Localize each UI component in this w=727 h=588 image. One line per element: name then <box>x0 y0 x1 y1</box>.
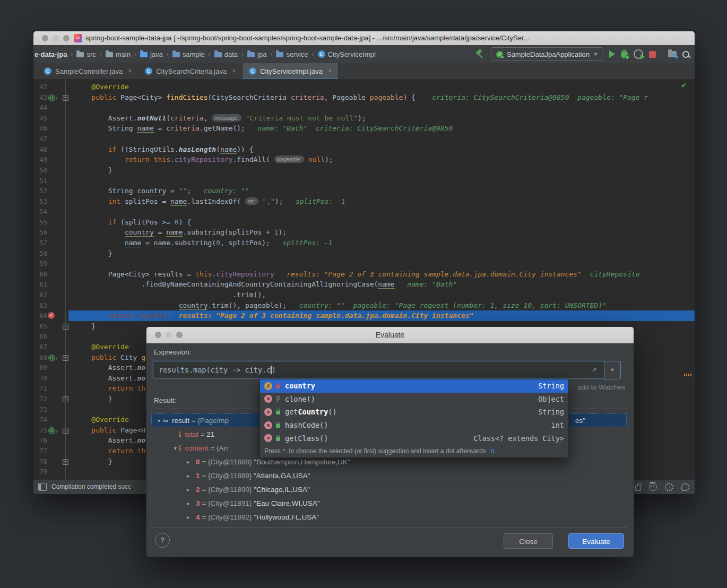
tab-close-icon[interactable]: × <box>128 67 132 75</box>
method-icon: m <box>264 421 272 429</box>
evaluate-button[interactable]: Evaluate <box>568 533 624 549</box>
code-line[interactable]: 58 } <box>33 248 695 259</box>
maximize-window-icon[interactable] <box>63 35 70 41</box>
tab-close-icon[interactable]: × <box>232 67 236 75</box>
dialog-titlebar[interactable]: Evaluate <box>146 327 634 343</box>
dialog-minimize-icon[interactable] <box>166 332 172 338</box>
code-text: String name = criteria.getName(); name: … <box>75 123 453 134</box>
code-line[interactable]: 61 .findByNameContainingAndCountryContai… <box>33 279 695 290</box>
code-line[interactable]: 42 @Override <box>33 82 695 92</box>
code-line[interactable]: 46 String name = criteria.getName(); nam… <box>33 123 695 134</box>
code-line[interactable]: 54 <box>33 206 695 217</box>
completion-item[interactable]: fcountryString <box>260 379 568 393</box>
minimize-window-icon[interactable] <box>53 35 59 41</box>
tree-row[interactable]: ▸5 = {City@11893} "Miami,FL,USA" <box>151 524 627 528</box>
inspection-ok-icon[interactable]: ✔ <box>681 80 686 90</box>
fold-marker-icon[interactable]: − <box>63 428 68 434</box>
line-number: 69 <box>34 362 47 373</box>
tree-toggle-icon[interactable]: ▸ <box>184 473 192 479</box>
code-text: public Page<City> findCities(CitySearchC… <box>75 92 648 103</box>
run-configuration-select[interactable]: SampleDataJpaApplication ▼ <box>491 47 603 61</box>
breadcrumb-item-java[interactable]: java <box>140 50 163 58</box>
tree-row[interactable]: ▸3 = {City@11891} "Eau Claire,WI,USA" <box>151 496 627 510</box>
build-hammer-icon[interactable] <box>475 49 485 59</box>
code-line[interactable]: 43O↑− public Page<City> findCities(CityS… <box>33 92 695 103</box>
tab-citysearchcriteria-java[interactable]: CCitySearchCriteria.java× <box>139 63 243 79</box>
code-line[interactable]: 56 country = name.substring(splitPos + 1… <box>33 227 695 238</box>
fold-marker-icon[interactable]: − <box>63 95 68 101</box>
stop-button[interactable] <box>649 51 656 58</box>
code-line[interactable]: 49 return this.cityRepository.findAll( p… <box>33 154 695 165</box>
fold-marker-icon[interactable]: − <box>63 459 68 465</box>
dialog-maximize-icon[interactable] <box>176 332 183 338</box>
code-line[interactable]: 45 Assert.notNull(criteria, message: "Cr… <box>33 113 695 124</box>
expression-input[interactable]: results.map(city -> city.c) ↗ <box>153 361 607 378</box>
tab-cityserviceimpl-java[interactable]: CCityServiceImpl.java× <box>243 63 339 79</box>
completion-item[interactable]: mgetCountry()String <box>260 405 568 419</box>
code-line[interactable]: 57 name = name.substring(0, splitPos); s… <box>33 238 695 248</box>
dialog-close-icon[interactable] <box>155 332 161 338</box>
tab-samplecontroller-java[interactable]: CSampleController.java× <box>38 63 139 79</box>
breadcrumb-item-cityserviceimpl[interactable]: CCityServiceImpl <box>318 50 376 58</box>
tab-close-icon[interactable]: × <box>328 67 332 75</box>
override-marker-icon[interactable]: O <box>48 354 55 361</box>
tree-toggle-icon[interactable]: ▸ <box>184 500 192 506</box>
run-with-coverage-button[interactable] <box>634 49 643 59</box>
tree-row[interactable]: ▸4 = {City@11892} "Hollywood,FL,USA" <box>151 510 627 524</box>
completion-type: String <box>527 408 564 416</box>
tree-toggle-icon[interactable]: ▾ <box>171 445 179 451</box>
tree-row[interactable]: ▸2 = {City@11890} "Chicago,IL,USA" <box>151 482 627 496</box>
breadcrumb-item-sample[interactable]: sample <box>172 50 205 58</box>
fold-marker-icon[interactable]: − <box>63 355 68 361</box>
ide-titlebar[interactable]: IJ spring-boot-sample-data-jpa [~/spring… <box>33 31 695 46</box>
code-line[interactable]: 63 country.trim(), pageable); country: "… <box>33 300 695 311</box>
completion-item[interactable]: mhashCode()int <box>260 419 568 432</box>
toolwindow-toggle-icon[interactable] <box>38 483 47 491</box>
breadcrumb-item-src[interactable]: src <box>76 50 96 58</box>
code-line[interactable]: 47 <box>33 134 695 144</box>
completion-item[interactable]: mgetClass()Class<? extends City> <box>260 431 568 445</box>
code-line[interactable]: 59 <box>33 258 695 269</box>
code-line[interactable]: 53 int splitPos = name.lastIndexOf( str:… <box>33 196 695 207</box>
code-line[interactable]: 48 if (!StringUtils.hasLength(name)) { <box>33 144 695 155</box>
tree-toggle-icon[interactable]: ▸ <box>184 459 192 465</box>
debug-button[interactable] <box>621 50 628 58</box>
tree-toggle-icon[interactable]: ▸ <box>184 514 192 520</box>
inspector-profile-icon[interactable] <box>649 483 657 491</box>
search-everywhere-icon[interactable] <box>682 51 689 58</box>
code-line[interactable]: 64✓ return results; results: "Page 2 of … <box>33 310 695 321</box>
lock-open-icon[interactable] <box>635 486 641 491</box>
override-marker-icon[interactable]: O <box>48 94 55 101</box>
line-number: 66 <box>34 331 47 342</box>
breakpoint-icon[interactable]: ✓ <box>48 312 55 319</box>
code-text: .trim(), <box>75 290 266 300</box>
close-button[interactable]: Close <box>504 533 553 549</box>
breadcrumb-item-main[interactable]: main <box>106 50 131 58</box>
override-marker-icon[interactable]: O <box>48 427 55 434</box>
breadcrumb-item-e-data-jpa[interactable]: e-data-jpa <box>34 50 67 58</box>
tree-toggle-icon[interactable]: ▾ <box>155 418 163 423</box>
project-structure-icon[interactable] <box>668 51 677 57</box>
update-download-icon[interactable] <box>665 483 673 491</box>
close-window-icon[interactable] <box>42 35 48 41</box>
expression-history-dropdown[interactable]: ▼ <box>604 361 621 379</box>
breadcrumb-item-jpa[interactable]: jpa <box>247 50 266 58</box>
expand-editor-icon[interactable]: ↗ <box>592 366 600 373</box>
breadcrumb-item-data[interactable]: data <box>214 50 238 58</box>
code-line[interactable]: 62 .trim(), <box>33 290 695 300</box>
breadcrumb-item-service[interactable]: service <box>276 50 308 58</box>
code-line[interactable]: 55 if (splitPos >= 0) { <box>33 217 695 228</box>
code-line[interactable]: 60 Page<City> results = this.cityReposit… <box>33 269 695 280</box>
completion-item[interactable]: mclone()Object <box>260 393 568 406</box>
code-line[interactable]: 50 } <box>33 165 695 176</box>
run-button[interactable] <box>609 50 615 58</box>
code-line[interactable]: 52 String country = ""; country: "" <box>33 186 695 196</box>
code-line[interactable]: 51 <box>33 175 695 186</box>
code-line[interactable]: 44 <box>33 102 695 113</box>
fold-marker-icon[interactable]: − <box>63 396 68 402</box>
help-button[interactable]: ? <box>155 533 170 548</box>
tree-row[interactable]: ▸1 = {City@11889} "Atlanta,GA,USA" <box>151 469 627 482</box>
fold-marker-icon[interactable]: − <box>63 324 68 330</box>
tree-toggle-icon[interactable]: ▸ <box>184 487 192 492</box>
notification-icon[interactable] <box>681 483 689 491</box>
